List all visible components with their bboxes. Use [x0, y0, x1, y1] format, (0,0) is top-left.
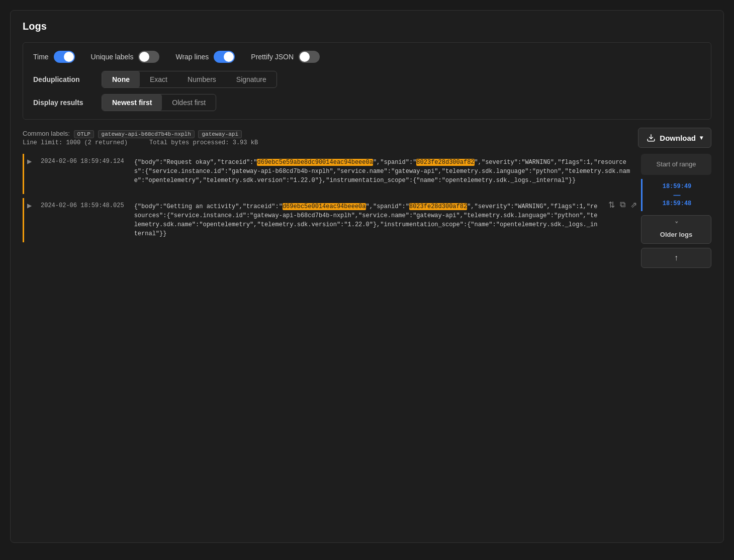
- log-expand-icon-1[interactable]: ▶: [24, 154, 35, 194]
- dedup-exact-button[interactable]: Exact: [140, 71, 177, 87]
- log-timestamp-1: 2024-02-06 18:59:49.124: [35, 154, 130, 194]
- log-timestamp-2: 2024-02-06 18:59:48.025: [35, 198, 130, 242]
- display-results-button-group: Newest first Oldest first: [102, 94, 216, 111]
- time-toggle[interactable]: [54, 51, 75, 63]
- unique-labels-label: Unique labels: [91, 53, 134, 61]
- unique-labels-toggle-item: Unique labels: [91, 51, 160, 63]
- log-highlight-traceid-2: d69ebc5e0014eac94beee0a: [283, 203, 366, 210]
- display-results-label: Display results: [33, 99, 94, 107]
- chevron-down-icon: ˅: [675, 221, 678, 229]
- unique-labels-toggle[interactable]: [138, 51, 159, 63]
- older-logs-label: Older logs: [660, 231, 692, 238]
- label-tag-gateway-api: gateway-api: [198, 130, 242, 138]
- table-row: ▶ 2024-02-06 18:59:49.124 {"body":"Reque…: [23, 154, 641, 194]
- time-range-start: 18:59:49: [663, 183, 692, 190]
- log-text-before-2: {"body":"Getting an activity","traceid":…: [134, 203, 283, 210]
- log-highlight-spanid-1: 8023fe28d300af82: [416, 159, 474, 166]
- logs-area: ▶ 2024-02-06 18:59:49.124 {"body":"Reque…: [23, 154, 711, 268]
- prettify-json-label: Prettify JSON: [251, 53, 294, 61]
- time-toggle-item: Time: [33, 51, 75, 63]
- table-row: ▶ 2024-02-06 18:59:48.025 {"body":"Getti…: [23, 198, 641, 242]
- prettify-json-toggle[interactable]: [299, 51, 320, 63]
- log-highlight-spanid-2: 8023fe28d300af82: [409, 203, 467, 210]
- wrap-lines-toggle-item: Wrap lines: [175, 51, 235, 63]
- time-range-dash: —: [674, 191, 681, 199]
- metadata-left: Common labels: OTLP gateway-api-b68cd7b4…: [23, 130, 258, 146]
- deduplication-label: Deduplication: [33, 75, 94, 83]
- metadata-row: Common labels: OTLP gateway-api-b68cd7b4…: [23, 128, 711, 148]
- time-range-end: 18:59:48: [663, 200, 692, 207]
- wrap-lines-toggle[interactable]: [214, 51, 235, 63]
- line-limit-text: Line limit: 1000 (2 returned): [23, 139, 128, 146]
- download-button[interactable]: Download ▾: [638, 128, 711, 148]
- wrap-lines-label: Wrap lines: [175, 53, 209, 61]
- arrow-up-icon: ↑: [674, 253, 678, 262]
- dedup-numbers-button[interactable]: Numbers: [177, 71, 226, 87]
- download-icon: [647, 133, 656, 142]
- sidebar-panel: Start of range 18:59:49 — 18:59:48 ˅ Old…: [641, 154, 711, 268]
- oldest-first-button[interactable]: Oldest first: [162, 95, 216, 111]
- log-expand-icon-2[interactable]: ▶: [24, 198, 35, 242]
- log-content-1: {"body":"Request okay","traceid":"d69ebc…: [130, 154, 641, 194]
- log-text-mid-2: ","spanid":": [366, 203, 409, 210]
- start-of-range: Start of range: [641, 154, 711, 175]
- scroll-to-top-button[interactable]: ↑: [641, 248, 711, 268]
- log-text-before-1: {"body":"Request okay","traceid":": [134, 159, 257, 166]
- download-label: Download: [660, 134, 696, 142]
- log-actions-2: ⇅ ⧉ ⇗: [604, 198, 641, 242]
- log-text-mid-1: ","spanid":": [373, 159, 416, 166]
- log-highlight-traceid-1: d69ebc5e59abe8dc90014eac94beee0a: [257, 159, 373, 166]
- prettify-json-toggle-knob: [300, 52, 310, 62]
- dedup-signature-button[interactable]: Signature: [226, 71, 277, 87]
- dedup-none-button[interactable]: None: [102, 71, 140, 87]
- deduplication-button-group: None Exact Numbers Signature: [102, 71, 277, 88]
- prettify-json-toggle-item: Prettify JSON: [251, 51, 320, 63]
- time-toggle-knob: [64, 52, 74, 62]
- wrap-lines-toggle-knob: [224, 52, 234, 62]
- older-logs-button[interactable]: ˅ Older logs: [641, 215, 711, 244]
- deduplication-row: Deduplication None Exact Numbers Signatu…: [33, 71, 701, 88]
- time-label: Time: [33, 53, 49, 61]
- copy-icon[interactable]: ⧉: [620, 200, 625, 240]
- expand-icon[interactable]: ⇅: [608, 200, 615, 240]
- share-icon[interactable]: ⇗: [630, 200, 637, 240]
- toggle-row: Time Unique labels Wrap lines: [33, 51, 701, 63]
- time-range-indicator: 18:59:49 — 18:59:48: [641, 179, 711, 211]
- download-chevron-icon: ▾: [700, 134, 703, 141]
- unique-labels-toggle-knob: [139, 52, 149, 62]
- newest-first-button[interactable]: Newest first: [102, 95, 162, 111]
- controls-section: Time Unique labels Wrap lines: [23, 42, 711, 120]
- common-labels: Common labels: OTLP gateway-api-b68cd7b4…: [23, 130, 258, 137]
- page-title: Logs: [23, 21, 711, 32]
- total-bytes-text: Total bytes processed: 3.93 kB: [149, 139, 258, 146]
- logs-container: Logs Time Unique labels Wrap lines: [10, 10, 724, 543]
- common-labels-prefix: Common labels:: [23, 130, 70, 137]
- line-limit-info: Line limit: 1000 (2 returned) Total byte…: [23, 139, 258, 146]
- display-results-row: Display results Newest first Oldest firs…: [33, 94, 701, 111]
- label-tag-otlp: OTLP: [74, 130, 94, 138]
- label-tag-gateway-api-id: gateway-api-b68cd7b4b-nxplh: [98, 130, 195, 138]
- log-content-2: {"body":"Getting an activity","traceid":…: [130, 198, 604, 242]
- logs-list: ▶ 2024-02-06 18:59:49.124 {"body":"Reque…: [23, 154, 641, 268]
